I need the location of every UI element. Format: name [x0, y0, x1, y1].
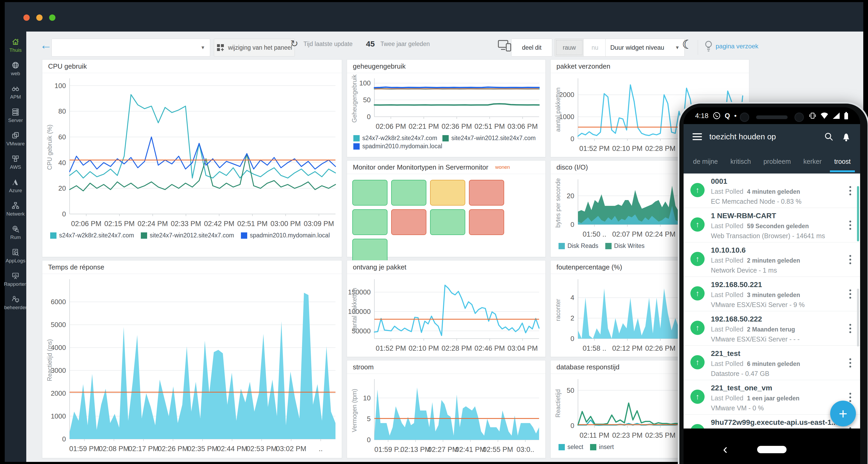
- nav-home-pill[interactable]: [757, 446, 786, 453]
- monitor-list-item[interactable]: ↑192.168.50.222Last Polled 2 Maanden ter…: [684, 311, 860, 346]
- monitor-tile-trouble[interactable]: [430, 180, 465, 206]
- lightbulb-icon: [704, 40, 713, 53]
- refresh-icon[interactable]: ↻: [290, 38, 298, 49]
- panel-packets-received: ontvang je pakket 50000100000150000aanta…: [347, 260, 546, 357]
- monitor-list-item[interactable]: ↑10.10.10.6Last Polled 2 minuten geleden…: [684, 242, 860, 277]
- svg-text:03:06 PM: 03:06 PM: [507, 122, 538, 130]
- svg-text:02:24 PM: 02:24 PM: [645, 230, 676, 238]
- svg-text:02:51 PM: 02:51 PM: [237, 220, 268, 228]
- scrollbar-thumb[interactable]: [857, 186, 859, 241]
- search-icon[interactable]: [824, 132, 834, 142]
- svg-text:02:33 PM: 02:33 PM: [171, 220, 201, 228]
- page-request-link[interactable]: pagina verzoek: [704, 40, 758, 53]
- dark-mode-moon-icon[interactable]: ☾: [682, 37, 693, 52]
- kebab-menu-icon[interactable]: [849, 324, 851, 333]
- toggle-now[interactable]: nu: [584, 39, 606, 56]
- rum-icon: [11, 225, 20, 233]
- legend-label: select: [567, 443, 583, 451]
- traffic-light-minimize[interactable]: [36, 14, 42, 21]
- monitor-detail: Web Transaction (Browser) - 14641 ms: [711, 232, 825, 240]
- toggle-raw[interactable]: rauw: [555, 39, 584, 56]
- legend-item[interactable]: spadmin2010.mydomain.local: [241, 232, 330, 239]
- sidebar-item-applogs[interactable]: AppLogs: [5, 244, 26, 268]
- sidebar-item-web[interactable]: web: [5, 57, 26, 81]
- tab-troost[interactable]: troost: [832, 151, 853, 172]
- sidebar-item-label: AppLogs: [5, 258, 25, 264]
- monitor-tile-up[interactable]: [352, 209, 388, 235]
- kebab-menu-icon[interactable]: [849, 255, 851, 264]
- sidebar-item-netwerk[interactable]: Netwerk: [5, 197, 26, 221]
- add-monitor-fab[interactable]: +: [830, 401, 856, 427]
- back-arrow-icon[interactable]: ←: [40, 38, 52, 52]
- monitor-tile-up[interactable]: [430, 209, 465, 235]
- nav-back-icon[interactable]: ‹: [723, 441, 727, 457]
- kebab-menu-icon[interactable]: [849, 221, 851, 230]
- legend-swatch: [605, 243, 612, 249]
- sidebar-item-vmware[interactable]: VMware: [5, 127, 26, 151]
- sidebar-item-aws[interactable]: AWS: [5, 151, 26, 174]
- monitor-tile-up[interactable]: [352, 180, 388, 206]
- svg-text:02:12 PM: 02:12 PM: [612, 344, 643, 352]
- monitor-name: 1 NEW-RBM-CART: [711, 212, 776, 220]
- last-update-label: Tijd laatste update: [304, 40, 352, 48]
- monitor-list-item[interactable]: ↑192.168.50.221Last Polled 3 minuten gel…: [684, 277, 860, 311]
- legend-label: s24x7-w2k8r2.site24x7.com: [59, 232, 134, 239]
- traffic-light-maximize[interactable]: [49, 14, 56, 21]
- kebab-menu-icon[interactable]: [849, 393, 851, 402]
- sidebar-item-rum[interactable]: Rum: [5, 221, 26, 244]
- monitor-tile-critical[interactable]: [391, 209, 426, 235]
- legend-item[interactable]: Disk Reads: [559, 242, 598, 250]
- monitor-tile-critical[interactable]: [469, 209, 504, 235]
- svg-text:02:36 PM: 02:36 PM: [442, 122, 472, 130]
- devices-icon[interactable]: [497, 39, 512, 52]
- edit-panel-button[interactable]: wijziging van het paneel: [214, 39, 295, 57]
- legend-item[interactable]: spadmin2010.mydomain.local: [353, 143, 442, 150]
- share-button[interactable]: deel dit: [511, 39, 552, 57]
- status-up-icon: ↑: [690, 252, 705, 266]
- legend-item[interactable]: site24x7-win2012.site24x7.com: [141, 232, 234, 239]
- svg-text:0: 0: [367, 113, 371, 121]
- legend-item[interactable]: s24x7-w2k8r2.site24x7.com: [353, 135, 437, 142]
- sidebar-item-apm[interactable]: APM: [5, 81, 26, 104]
- monitor-tile-critical[interactable]: [469, 180, 504, 206]
- sidebar-item-thuis[interactable]: Thuis: [5, 34, 26, 57]
- legend-swatch: [353, 143, 360, 150]
- hamburger-menu-icon[interactable]: [692, 133, 702, 140]
- sidebar-item-azure[interactable]: Azure: [5, 174, 26, 197]
- sidebar-item-rapporten[interactable]: Rapporten: [5, 268, 26, 291]
- tab-kerker[interactable]: kerker: [801, 151, 824, 172]
- tab-probleem[interactable]: probleem: [761, 151, 793, 172]
- monitor-list-item[interactable]: ↑0001Last Polled 4 minuten geledenEC Mem…: [684, 174, 860, 208]
- monitor-list: ↑0001Last Polled 4 minuten geledenEC Mem…: [684, 174, 860, 429]
- response-time-chart: 0100020003000400050006000Reactietijd (ms…: [44, 274, 340, 455]
- svg-text:02:26 PM: 02:26 PM: [645, 344, 676, 352]
- traffic-light-close[interactable]: [23, 14, 30, 21]
- sidebar-item-beheerder[interactable]: beheerder: [5, 291, 26, 314]
- kebab-menu-icon[interactable]: [849, 358, 851, 368]
- sidebar-item-server[interactable]: Server: [5, 104, 26, 127]
- monitor-list-item[interactable]: ↑1 NEW-RBM-CARTLast Polled 59 Seconden g…: [684, 208, 860, 242]
- tab-de-mijne[interactable]: de mijne: [691, 151, 720, 172]
- legend-item[interactable]: insert: [590, 443, 614, 451]
- monitor-tile-up[interactable]: [391, 180, 426, 206]
- bell-icon[interactable]: [841, 132, 851, 142]
- legend-item[interactable]: s24x7-w2k8r2.site24x7.com: [50, 232, 134, 239]
- svg-text:01:59 PM: 01:59 PM: [69, 445, 99, 453]
- kebab-menu-icon[interactable]: [849, 289, 851, 299]
- legend-swatch: [559, 444, 565, 450]
- monitor-list-item[interactable]: ↑221_testLast Polled 6 minuten geledenDa…: [684, 346, 860, 380]
- svg-text:50: 50: [567, 386, 574, 394]
- legend-label: spadmin2010.mydomain.local: [250, 232, 330, 239]
- legend-item[interactable]: site24x7-win2012.site24x7.com: [442, 135, 536, 142]
- reports-icon: [11, 272, 20, 280]
- duration-select[interactable]: Duur widget niveau ▼: [605, 39, 685, 57]
- kebab-menu-icon[interactable]: [849, 186, 851, 195]
- dashboard-select[interactable]: ▼: [52, 39, 210, 57]
- cpu-chart-legend: s24x7-w2k8r2.site24x7.comsite24x7-win201…: [42, 230, 342, 239]
- legend-item[interactable]: Disk Writes: [605, 242, 645, 250]
- tab-kritisch[interactable]: kritisch: [728, 151, 753, 172]
- phone-app-title: toezicht houden op: [709, 132, 816, 141]
- svg-text:50: 50: [363, 96, 371, 104]
- svg-text:01:58 ..: 01:58 ..: [583, 344, 606, 352]
- legend-item[interactable]: select: [559, 443, 583, 451]
